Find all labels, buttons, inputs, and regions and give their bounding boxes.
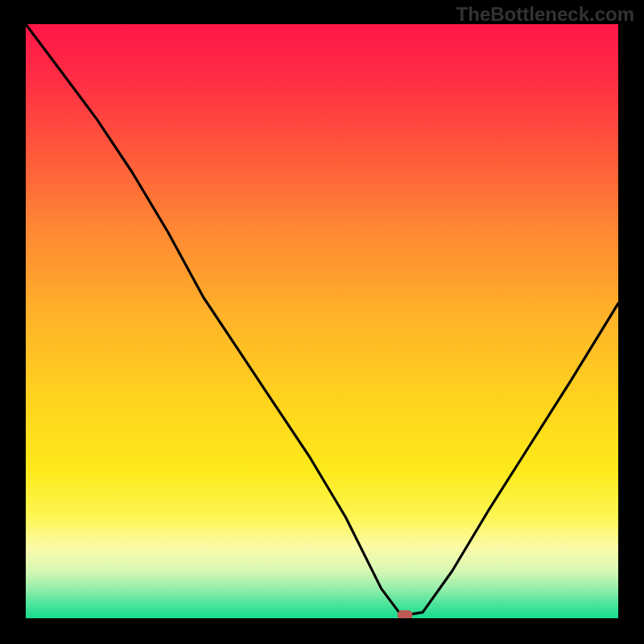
bottleneck-curve bbox=[26, 24, 618, 618]
optimum-marker bbox=[398, 610, 413, 618]
watermark-text: TheBottleneck.com bbox=[456, 3, 634, 26]
plot-area bbox=[26, 24, 618, 618]
chart-frame: TheBottleneck.com bbox=[0, 0, 644, 644]
